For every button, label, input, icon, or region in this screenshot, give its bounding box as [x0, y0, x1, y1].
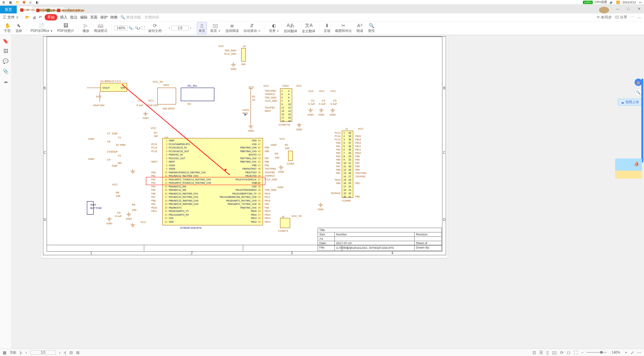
select-tool[interactable]: ⬉选择: [14, 23, 23, 33]
seltrans-button[interactable]: Aあ划词翻译: [282, 23, 299, 34]
share-button[interactable]: ⮹ 分享: [615, 15, 627, 20]
tb-icon[interactable]: ◧: [35, 0, 40, 5]
more-button[interactable]: ⋯: [631, 15, 634, 19]
play-button[interactable]: ▷播放: [81, 23, 91, 33]
fit-button[interactable]: ⛶: [142, 26, 145, 30]
menubar: 三 文件 ∨ | 📂 🖨 ↶ 开始 插入 批注 编辑 页面 保护 转换 查找功能…: [0, 13, 644, 21]
page-tab[interactable]: 页面: [90, 15, 98, 20]
win-close-button[interactable]: ✕: [634, 7, 644, 13]
annotate-tab[interactable]: 批注: [70, 15, 77, 20]
find-button[interactable]: 🔍查找: [367, 23, 376, 33]
tb-icon[interactable]: e: [28, 0, 33, 5]
home-tab[interactable]: 首页: [0, 6, 17, 13]
convert-tab[interactable]: 转换: [110, 15, 118, 20]
tb-icon[interactable]: ▦: [8, 0, 13, 5]
autoscroll-button[interactable]: ⇵自动滚动 ∨: [242, 23, 262, 33]
os-taskbar: ⊞ ▦ 📁 🦊 e ◧ 100% CPU温度 🔊 📶 2021/4/12 ▭: [0, 0, 644, 5]
start-tab[interactable]: 开始: [45, 14, 57, 20]
crop-button[interactable]: ✂截图和对比: [334, 23, 353, 33]
fulltrans-button[interactable]: 文A全文翻译: [301, 23, 317, 34]
zoom-out-button[interactable]: 🔍-: [128, 26, 133, 30]
win-start-icon[interactable]: ⊞: [1, 0, 6, 5]
tb-icon[interactable]: 📁: [15, 0, 19, 5]
double-page-button[interactable]: ▯▯双页 ∨: [209, 23, 222, 33]
pdf2office-button[interactable]: 📄PDF转Office ∨: [29, 23, 54, 33]
ribbon: ✋手型 ⬉选择 📄PDF转Office ∨ 🖼PDF转图片 ▷播放 📖阅读模式 …: [0, 21, 644, 35]
sync-button[interactable]: ⟳ 未同步: [597, 15, 612, 20]
compress-button[interactable]: ⬇压缩: [322, 23, 332, 33]
tab-0[interactable]: STM32F103...心板电路图.pdf✕: [17, 6, 33, 13]
tray-icon[interactable]: 📶: [616, 0, 621, 5]
single-page-button[interactable]: ▯单页: [197, 22, 207, 34]
contread-button[interactable]: ≣连续阅读: [224, 23, 240, 33]
win-min-button[interactable]: —: [612, 7, 623, 13]
rotate-button[interactable]: ⟳旋转文档: [147, 23, 163, 33]
open-button[interactable]: 📂: [25, 15, 30, 19]
search-input[interactable]: 查找功能、文档内容: [120, 15, 594, 20]
zoom-in-button[interactable]: 🔍+: [135, 26, 141, 30]
avatar[interactable]: [599, 7, 609, 13]
next-page-button[interactable]: ›: [190, 26, 191, 30]
prev-page-button[interactable]: ‹: [169, 26, 170, 30]
tb-date: 2021/4/12: [623, 1, 636, 4]
page-value[interactable]: 1/3: [171, 26, 189, 31]
edit-tab[interactable]: 编辑: [80, 15, 88, 20]
print-button[interactable]: 🖨: [33, 15, 36, 19]
tray-icon[interactable]: ▭: [638, 0, 643, 5]
tb-cpu: CPU温度: [595, 0, 607, 4]
hand-tool[interactable]: ✋手型: [3, 23, 12, 33]
tb-icon[interactable]: 🦊: [21, 0, 26, 5]
file-menu[interactable]: 三 文件 ∨: [3, 15, 19, 20]
read-button[interactable]: Aᐞ朗读: [355, 23, 365, 33]
zoom-value[interactable]: 140%: [114, 26, 128, 31]
tray-icon[interactable]: 🔊: [609, 0, 614, 5]
protect-tab[interactable]: 保护: [100, 15, 108, 20]
win-max-button[interactable]: □: [623, 7, 633, 13]
browser-tabstrip: 首页 STM32F103...心板电路图.pdf✕ 32垃圾桶新版本.pdf S…: [0, 5, 644, 13]
insert-tab[interactable]: 插入: [60, 15, 67, 20]
tab-label: stm32f10x应用资料.pdf: [57, 9, 85, 12]
readmode-button[interactable]: 📖阅读模式: [93, 23, 109, 33]
pdf2img-button[interactable]: 🖼PDF转图片: [56, 23, 75, 33]
bg-button[interactable]: ◐背景 ∨: [268, 23, 281, 33]
chevron-up-icon[interactable]: ︿: [638, 15, 641, 20]
tb-zoom: 100%: [583, 1, 593, 4]
undo-button[interactable]: ↶: [39, 15, 42, 19]
